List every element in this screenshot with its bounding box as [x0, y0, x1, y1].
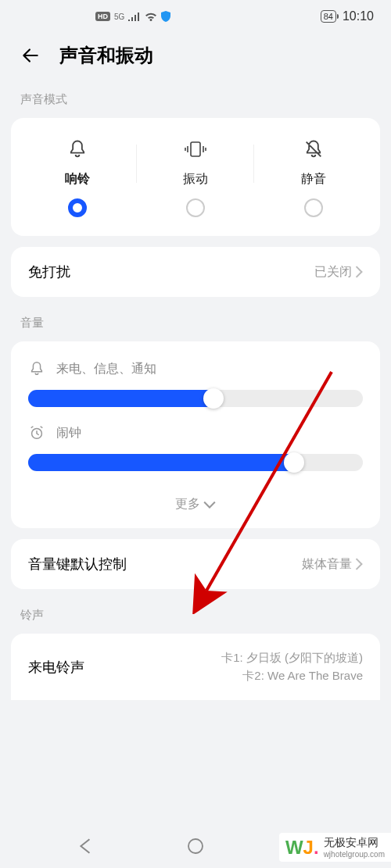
slider-thumb[interactable] — [203, 388, 224, 409]
vibrate-icon — [184, 138, 207, 160]
hd-icon: HD — [95, 12, 110, 21]
battery-icon: 84 — [321, 10, 336, 23]
more-button[interactable]: 更多 — [28, 488, 363, 519]
signal-icon — [128, 12, 141, 21]
more-label: 更多 — [175, 496, 200, 513]
dnd-item[interactable]: 免打扰 已关闭 — [11, 247, 380, 297]
chevron-right-icon — [355, 266, 363, 278]
alarm-slider[interactable] — [28, 454, 363, 471]
mode-ring-label: 响铃 — [65, 171, 90, 188]
ringtone-values: 卡1: 夕日坂 (夕阳下的坡道) 卡2: We Are The Brave — [221, 649, 363, 684]
watermark-logo: WJ. — [285, 837, 319, 859]
wifi-icon — [145, 12, 157, 21]
nav-back-icon[interactable] — [77, 838, 95, 855]
svg-rect-0 — [191, 142, 200, 156]
back-button[interactable] — [17, 42, 44, 69]
sound-mode-card: 响铃 振动 静音 — [11, 118, 380, 236]
bell-outline-icon — [28, 360, 45, 377]
volume-key-label: 音量键默认控制 — [28, 555, 127, 573]
alarm-icon — [28, 424, 45, 441]
mode-silent-label: 静音 — [301, 171, 326, 188]
dnd-label: 免打扰 — [28, 263, 70, 281]
volume-alarm: 闹钟 — [28, 424, 363, 471]
slider-thumb[interactable] — [284, 452, 304, 473]
page-title: 声音和振动 — [59, 43, 153, 68]
ringtone-item[interactable]: 来电铃声 卡1: 夕日坂 (夕阳下的坡道) 卡2: We Are The Bra… — [11, 634, 380, 700]
dnd-value: 已关闭 — [314, 264, 352, 280]
watermark: WJ. 无极安卓网 wjhotelgroup.com — [279, 833, 391, 862]
volume-notifications: 来电、信息、通知 — [28, 360, 363, 407]
section-label-ringtone: 铃声 — [0, 600, 391, 634]
watermark-name: 无极安卓网 — [324, 836, 385, 850]
nav-home-icon[interactable] — [187, 838, 204, 855]
volume-key-value: 媒体音量 — [302, 556, 352, 573]
volume-key-item[interactable]: 音量键默认控制 媒体音量 — [11, 539, 380, 589]
mode-silent[interactable]: 静音 — [254, 138, 372, 217]
section-label-volume: 音量 — [0, 308, 391, 341]
network-label: 5G — [114, 13, 124, 21]
back-arrow-icon — [20, 45, 41, 66]
notifications-slider[interactable] — [28, 390, 363, 407]
dnd-card: 免打扰 已关闭 — [11, 247, 380, 297]
mode-vibrate-label: 振动 — [183, 171, 208, 188]
volume-notifications-label: 来电、信息、通知 — [56, 361, 156, 377]
page-header: 声音和振动 — [0, 30, 391, 84]
clock: 10:10 — [343, 9, 374, 23]
bell-icon — [66, 138, 88, 160]
volume-key-card: 音量键默认控制 媒体音量 — [11, 539, 380, 589]
watermark-url: wjhotelgroup.com — [324, 850, 385, 859]
radio-selected — [68, 198, 87, 217]
status-bar: HD 5G 84 10:10 — [0, 0, 391, 30]
ringtone-card: 来电铃声 卡1: 夕日坂 (夕阳下的坡道) 卡2: We Are The Bra… — [11, 634, 380, 700]
bell-off-icon — [303, 138, 325, 160]
section-label-sound-mode: 声音模式 — [0, 84, 391, 118]
chevron-right-icon — [355, 558, 363, 570]
mode-vibrate[interactable]: 振动 — [137, 138, 255, 217]
ringtone-label: 来电铃声 — [28, 658, 84, 677]
svg-point-3 — [188, 839, 203, 853]
shield-icon — [161, 11, 170, 22]
radio-unselected — [304, 198, 323, 217]
mode-ring[interactable]: 响铃 — [19, 138, 137, 217]
volume-card: 来电、信息、通知 闹钟 更多 — [11, 341, 380, 528]
radio-unselected — [186, 198, 205, 217]
volume-alarm-label: 闹钟 — [56, 425, 81, 441]
chevron-down-icon — [203, 501, 216, 509]
